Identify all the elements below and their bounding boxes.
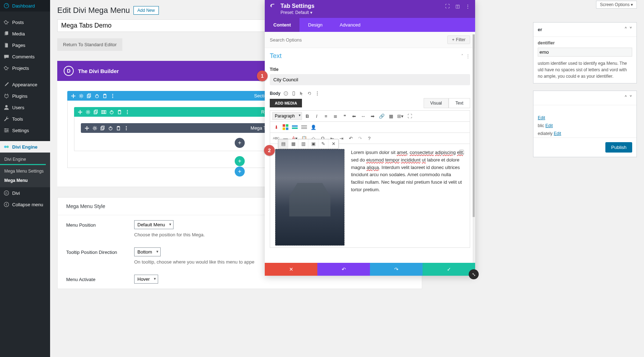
add-media-button[interactable]: ADD MEDIA	[270, 99, 302, 107]
align-center-icon[interactable]: ▦	[288, 139, 298, 149]
sidebar-item-divi-engine[interactable]: Divi Engine	[0, 141, 50, 153]
power-icon[interactable]	[109, 110, 114, 115]
chevron-up-icon[interactable]: ˄	[624, 95, 627, 101]
menu-activate-select[interactable]: Hover	[134, 275, 158, 284]
sidebar-item-users[interactable]: Users	[0, 102, 50, 113]
colors-icon[interactable]	[282, 123, 289, 131]
submenu-item-mega-settings[interactable]: Mega Menu Settings	[0, 167, 50, 176]
align-left-icon[interactable]: ▤	[278, 139, 288, 149]
align-right-icon[interactable]: ▥	[298, 139, 308, 149]
trash-icon[interactable]	[102, 93, 107, 98]
move-icon[interactable]	[84, 126, 89, 131]
indent-icon[interactable]: ⬇	[272, 123, 280, 131]
sidebar-item-pages[interactable]: Pages	[0, 39, 50, 51]
mode-text[interactable]: Text	[449, 98, 470, 108]
more-icon[interactable]	[110, 93, 115, 98]
undo-button[interactable]: ↶	[317, 263, 370, 276]
chevron-down-icon[interactable]: ˅	[629, 26, 632, 33]
edit-visibility-link[interactable]: Edit	[545, 123, 553, 128]
undo-icon[interactable]	[307, 91, 312, 96]
duplicate-icon[interactable]	[87, 93, 92, 98]
help-icon[interactable]: ?	[283, 91, 288, 96]
add-row-button[interactable]: +	[235, 156, 245, 166]
edit-image-icon[interactable]: ✎	[318, 139, 328, 149]
italic-icon[interactable]: I	[313, 112, 321, 120]
trash-icon[interactable]	[116, 126, 121, 131]
cursor-icon[interactable]	[299, 91, 304, 96]
sidebar-item-appearance[interactable]: Appearance	[0, 79, 50, 90]
expand-icon[interactable]: ⛶	[445, 4, 450, 9]
sidebar-item-dashboard[interactable]: Dashboard	[0, 0, 50, 11]
columns-icon[interactable]	[101, 110, 106, 115]
tooltip-direction-select[interactable]: Bottom	[134, 247, 161, 256]
save-button[interactable]: ✓	[423, 263, 475, 276]
link-icon[interactable]: 🔗	[378, 112, 386, 120]
filter-button[interactable]: +Filter	[447, 35, 470, 44]
tab-design[interactable]: Design	[299, 18, 331, 32]
insert-icon[interactable]: ▦	[387, 112, 395, 120]
sidebar-item-plugins[interactable]: Plugins	[0, 90, 50, 102]
resize-handle-icon[interactable]: ⤡	[469, 269, 479, 279]
user-icon[interactable]: 👤	[309, 123, 317, 131]
duplicate-icon[interactable]	[93, 110, 98, 115]
trash-icon[interactable]	[117, 110, 122, 115]
content-image[interactable]	[275, 149, 345, 246]
more-icon[interactable]: ⋮	[466, 54, 470, 59]
return-standard-button[interactable]: Return To Standard Editor	[57, 38, 122, 51]
power-icon[interactable]	[108, 126, 113, 131]
more-icon[interactable]	[125, 110, 130, 115]
align-none-icon[interactable]: ▣	[308, 139, 318, 149]
identifier-input[interactable]	[538, 48, 632, 57]
remove-image-icon[interactable]: ✕	[328, 139, 338, 149]
layout2-icon[interactable]	[300, 123, 308, 131]
cancel-button[interactable]: ✕	[265, 263, 317, 276]
add-module-button[interactable]: +	[235, 138, 245, 148]
gear-icon[interactable]	[79, 93, 84, 98]
duplicate-icon[interactable]	[100, 126, 105, 131]
align-right-icon[interactable]: ➡	[369, 112, 376, 120]
tab-content[interactable]: Content	[265, 18, 299, 32]
search-input[interactable]	[270, 37, 447, 43]
sidebar-item-projects[interactable]: Projects	[0, 62, 50, 74]
move-icon[interactable]	[78, 110, 83, 115]
chevron-down-icon[interactable]: ˅	[629, 95, 632, 101]
editor-content[interactable]: ▤ ▦ ▥ ▣ ✎ ✕ Lorem ipsum dolor sit amet, …	[270, 144, 470, 248]
dynamic-content-icon[interactable]	[458, 149, 465, 155]
sidebar-item-divi[interactable]: D Divi	[0, 187, 50, 199]
sidebar-item-comments[interactable]: Comments	[0, 51, 50, 62]
sidebar-item-tools[interactable]: Tools	[0, 113, 50, 125]
edit-schedule-link[interactable]: Edit	[554, 131, 561, 136]
mode-visual[interactable]: Visual	[424, 98, 449, 108]
sidebar-item-settings[interactable]: Settings	[0, 125, 50, 136]
submenu-item-divi-engine[interactable]: Divi Engine	[0, 155, 46, 165]
edit-status-link[interactable]: Edit	[538, 115, 545, 120]
redo-button[interactable]: ↷	[370, 263, 423, 276]
fullscreen-icon[interactable]: ⛶	[406, 112, 414, 120]
power-icon[interactable]	[94, 93, 99, 98]
layout1-icon[interactable]	[291, 123, 299, 131]
redo-icon[interactable]: ↷	[356, 134, 364, 142]
sidebar-item-media[interactable]: Media	[0, 28, 50, 39]
modal-scrollbar[interactable]	[473, 34, 475, 263]
menu-position-select[interactable]: Default Menu	[134, 220, 174, 229]
gear-icon[interactable]	[92, 126, 97, 131]
align-left-icon[interactable]: ⬅	[350, 112, 358, 120]
sidebar-item-posts[interactable]: Posts	[0, 16, 50, 28]
collapse-icon[interactable]: ˄	[461, 54, 463, 59]
tab-advanced[interactable]: Advanced	[331, 18, 369, 32]
add-new-button[interactable]: Add New	[133, 6, 159, 15]
table-icon[interactable]: ⊞▾	[396, 112, 404, 120]
back-icon[interactable]	[270, 3, 276, 9]
more-icon[interactable]: ⋮	[465, 4, 470, 9]
align-center-icon[interactable]: ↔	[359, 112, 367, 120]
preset-label[interactable]: Preset: Default ▾	[265, 10, 475, 18]
snap-icon[interactable]: ◫	[455, 4, 460, 9]
number-list-icon[interactable]: ≣	[331, 112, 339, 120]
selected-image[interactable]: ▤ ▦ ▥ ▣ ✎ ✕	[275, 149, 345, 246]
mobile-icon[interactable]	[291, 91, 296, 96]
paragraph-select[interactable]: Paragraph	[272, 112, 302, 120]
bold-icon[interactable]: B	[303, 112, 311, 120]
more-icon[interactable]	[315, 91, 320, 96]
help-icon[interactable]: ?	[365, 134, 373, 142]
undo-icon[interactable]: ↶	[347, 134, 355, 142]
